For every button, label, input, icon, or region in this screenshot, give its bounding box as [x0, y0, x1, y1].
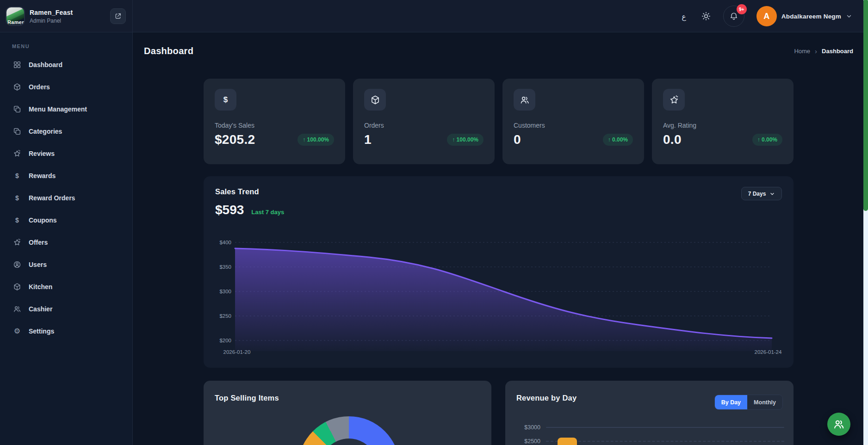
copy-icon	[13, 127, 21, 136]
bell-icon	[729, 12, 738, 21]
sidebar-item-settings[interactable]: ⚙ Settings	[0, 320, 132, 342]
y-tick: $200	[219, 338, 231, 343]
star-icon	[13, 149, 21, 158]
app-logo-text: Ramen	[7, 19, 24, 25]
notifications-button[interactable]: 9+	[723, 6, 744, 27]
page-title: Dashboard	[144, 46, 193, 56]
sidebar-item-orders[interactable]: Orders	[0, 76, 132, 98]
users-icon	[13, 305, 21, 313]
stat-label: Avg. Rating	[663, 122, 782, 129]
language-toggle[interactable]: ع	[679, 10, 689, 23]
breadcrumb-current: Dashboard	[822, 48, 853, 55]
revenue-bar	[558, 438, 577, 445]
breadcrumb: Home › Dashboard	[794, 47, 853, 55]
copy-icon	[13, 105, 21, 113]
revenue-gridline-row: $3000	[516, 424, 784, 431]
sun-icon	[701, 11, 711, 21]
sidebar-item-categories[interactable]: Categories	[0, 120, 132, 142]
sidebar-item-label: Categories	[29, 128, 62, 135]
stat-card-todays-sales: $ Today's Sales $205.2 ↑ 100.00%	[204, 79, 345, 164]
sidebar-item-dashboard[interactable]: Dashboard	[0, 54, 132, 76]
breadcrumb-home-link[interactable]: Home	[794, 48, 810, 55]
x-tick-end: 2026-01-24	[755, 349, 782, 355]
support-fab-button[interactable]	[827, 413, 850, 436]
users-icon	[833, 418, 845, 430]
stat-label: Today's Sales	[215, 122, 334, 129]
sidebar-item-menu-management[interactable]: Menu Management	[0, 98, 132, 120]
trend-badge: ↑ 100.00%	[298, 134, 334, 146]
avatar: A	[756, 6, 777, 26]
external-link-icon	[114, 12, 122, 20]
profile-menu[interactable]: A Abdalkareem Negm	[756, 6, 852, 26]
top-selling-items-card: Top Selling Items	[204, 381, 491, 445]
bottom-row: Top Selling Items Revenue by Day By Day …	[204, 381, 794, 445]
sidebar-item-rewards[interactable]: $ Rewards	[0, 165, 132, 187]
revenue-toggle-group: By Day Monthly	[714, 395, 783, 410]
stat-value: 0	[514, 132, 521, 147]
sidebar-item-label: Menu Management	[29, 105, 87, 113]
y-tick: $300	[219, 289, 231, 294]
dollar-icon: $	[13, 194, 21, 202]
trend-badge: ↑ 100.00%	[447, 134, 484, 146]
star-icon	[13, 238, 21, 247]
sales-trend-chart: $400 $350 $300 $250 $200 2026-01-20 2026…	[213, 236, 787, 358]
stat-value: 0.0	[663, 132, 682, 147]
top-selling-title: Top Selling Items	[215, 394, 480, 402]
sidebar-item-label: Rewards	[29, 172, 56, 179]
sidebar-item-label: Coupons	[29, 216, 57, 224]
app-name: Ramen_Feast	[30, 9, 110, 16]
revenue-gridline-row: $2500	[516, 438, 784, 445]
sidebar-item-reviews[interactable]: Reviews	[0, 142, 132, 165]
page-header: Dashboard Home › Dashboard	[133, 32, 863, 69]
sales-trend-title: Sales Trend	[215, 187, 782, 196]
revenue-by-day-card: Revenue by Day By Day Monthly $3000 $250…	[505, 381, 794, 445]
app-logo: Ramen	[6, 7, 24, 25]
stat-card-avg-rating: Avg. Rating 0.0 ↑ 0.00%	[652, 79, 794, 164]
toggle-monthly[interactable]: Monthly	[747, 395, 782, 409]
dashboard-content: $ Today's Sales $205.2 ↑ 100.00% Orders …	[204, 79, 794, 445]
dollar-icon: $	[13, 172, 21, 180]
x-tick-start: 2026-01-20	[223, 349, 251, 355]
sidebar-item-reward-orders[interactable]: $ Reward Orders	[0, 187, 132, 209]
stat-value: 1	[364, 132, 372, 147]
sidebar-item-users[interactable]: Users	[0, 253, 132, 276]
sidebar-item-label: Users	[29, 261, 47, 268]
y-tick: $400	[219, 240, 231, 245]
area-fill	[235, 248, 772, 351]
chevron-down-icon	[769, 191, 775, 197]
y-tick: $250	[219, 313, 231, 319]
brand-area: Ramen Ramen_Feast Admin Panel	[0, 0, 133, 32]
y-tick: $350	[219, 264, 231, 270]
sidebar-item-label: Kitchen	[29, 283, 52, 290]
toggle-by-day[interactable]: By Day	[715, 395, 747, 409]
chevron-down-icon	[846, 13, 852, 19]
sidebar-item-cashier[interactable]: Cashier	[0, 298, 132, 320]
cube-icon	[13, 283, 21, 291]
trend-badge: ↑ 0.00%	[603, 134, 633, 146]
dollar-icon: $	[13, 216, 21, 224]
open-site-button[interactable]	[110, 8, 126, 24]
gear-icon: ⚙	[13, 327, 21, 335]
gridline	[546, 441, 784, 442]
cube-icon	[13, 83, 21, 91]
range-selector-dropdown[interactable]: 7 Days	[741, 187, 782, 200]
sidebar-item-offers[interactable]: Offers	[0, 231, 132, 253]
gridline	[546, 427, 784, 428]
user-circle-icon	[13, 260, 21, 269]
sidebar-item-label: Reward Orders	[29, 194, 75, 202]
brand-text: Ramen_Feast Admin Panel	[30, 9, 110, 24]
scrollbar-thumb[interactable]	[863, 0, 868, 211]
theme-toggle[interactable]	[701, 11, 711, 21]
sidebar-item-kitchen[interactable]: Kitchen	[0, 276, 132, 298]
grid-icon	[13, 61, 21, 69]
sidebar-item-coupons[interactable]: $ Coupons	[0, 209, 132, 231]
user-name: Abdalkareem Negm	[781, 13, 841, 20]
stat-card-orders: Orders 1 ↑ 100.00%	[353, 79, 495, 164]
app-subtitle: Admin Panel	[30, 18, 110, 24]
stat-card-customers: Customers 0 ↑ 0.00%	[502, 79, 644, 164]
notification-badge: 9+	[737, 4, 747, 14]
trend-badge: ↑ 0.00%	[752, 134, 782, 146]
stat-label: Customers	[514, 122, 633, 129]
topbar: Ramen Ramen_Feast Admin Panel ع 9+ A Abd…	[0, 0, 868, 32]
cube-icon	[364, 89, 386, 111]
